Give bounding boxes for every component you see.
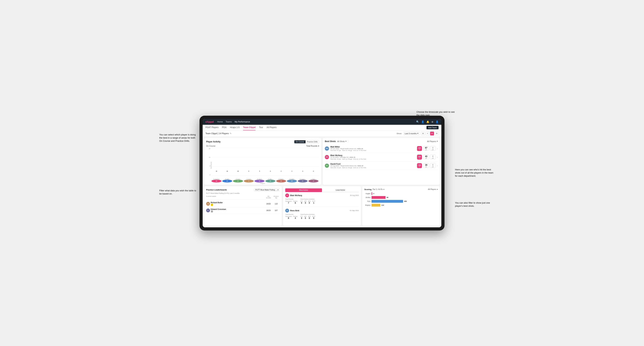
eagles-bar	[372, 192, 372, 195]
all-players-filter[interactable]: All Players ▾	[427, 140, 438, 142]
birdies-value: 96	[386, 197, 388, 198]
active-player-blair: BM Blair McHarg 26 Aug 2023 Total Rounds…	[285, 193, 359, 207]
scoring-bar-eagles: Eagles 3	[364, 192, 438, 195]
blair-mcharg-avatar: BM	[325, 155, 329, 159]
player-activity-title: Player Activity	[206, 141, 220, 143]
active-blair-name: Blair McHarg	[290, 194, 349, 196]
time-filter-dropdown[interactable]: Last 3 months ▾	[404, 132, 420, 135]
bogeys-bar	[372, 204, 380, 206]
sub-nav: PGAT Players PGA Hcaps 1-5 Team Clippd T…	[203, 125, 441, 131]
scoring-bar-pars: Pars 499	[364, 200, 438, 203]
most-active-tab[interactable]: Most Active	[285, 188, 322, 192]
tab-team-clippd[interactable]: Team Clippd	[243, 125, 256, 130]
most-active-card: Most Active Least Active BM Blair McHarg…	[283, 186, 361, 226]
col-player-name: PLAYER NAME	[206, 195, 264, 199]
top-nav: clippd Home Teams My Performance 🔍 👤 🔔 ⊕…	[203, 119, 441, 125]
best-shots-card: Best Shots All Shots ▾ All Players ▾	[323, 138, 440, 185]
bogeys-label: Bogeys	[364, 204, 370, 206]
chevron-right-icon: ›	[437, 147, 438, 150]
edward-crossman-avatar: EC	[206, 208, 210, 212]
blair-mcharg-stat1: 43 yds	[423, 155, 429, 159]
active-rees-name: Rees Britt	[290, 209, 349, 212]
nav-teams[interactable]: Teams	[226, 120, 232, 123]
scoring-filter-dropdown[interactable]: Par 3, 4 & 5s ▾	[372, 188, 384, 190]
active-blair-date: 26 Aug 2023	[350, 194, 359, 196]
avatar-icon[interactable]: 👤	[436, 120, 438, 123]
richard-butler-avatar: RB	[206, 202, 210, 206]
practice-drills-toggle[interactable]: Practice Drills	[306, 140, 319, 143]
active-blair-avatar: BM	[285, 193, 289, 197]
users-icon[interactable]: 👤	[421, 120, 424, 123]
list-view-icon[interactable]: ≡	[426, 132, 430, 135]
pars-value: 499	[404, 200, 407, 202]
blair-mcharg-name: Blair McHarg	[330, 154, 416, 156]
matt-miller-badge: 200 SG	[417, 146, 422, 151]
team-header: Team Clippd | 14 Players ✎ Show: Last 3 …	[203, 131, 441, 137]
activity-toggle: On Course Practice Drills	[294, 140, 319, 144]
tab-pga[interactable]: PGA	[222, 125, 226, 130]
all-shots-filter[interactable]: All Shots ▾	[337, 140, 346, 142]
view-mode-icons: ⊞ ≡ ♥ ⚙	[421, 132, 438, 135]
heart-view-icon[interactable]: ♥	[430, 132, 434, 135]
scoring-bar-bogeys: Bogeys 114	[364, 204, 438, 206]
add-team-button[interactable]: Add Team	[426, 126, 438, 129]
david-ford-badge: 198 SG	[417, 163, 422, 168]
x-axis-labels: B. McHarg B. Britt D. Ford J. Coles E. E…	[212, 178, 318, 180]
richard-butler-pb-score: 19/20	[265, 203, 272, 205]
plus-icon[interactable]: ⊕	[432, 120, 434, 123]
active-rees-date: 02 Sep 2023	[350, 210, 359, 211]
active-player-rees: RB Rees Britt 02 Sep 2023 Total Rounds T…	[285, 209, 359, 222]
chart-subtitle: On Course	[206, 145, 216, 147]
avatar-row: BM BB DF JC EE GB RB MM EC LR	[212, 180, 318, 182]
blair-mcharg-badge: 200 SG	[417, 155, 422, 160]
scoring-title: Scoring	[364, 188, 372, 190]
tab-pgat-players[interactable]: PGAT Players	[206, 125, 218, 130]
nav-myperformance[interactable]: My Performance	[235, 120, 250, 123]
shot-item-david-ford[interactable]: DF David Ford 24 Aug 2023 · Royal North …	[325, 162, 438, 170]
birdies-label: Birdies	[364, 197, 370, 198]
grid-view-icon[interactable]: ⊞	[421, 132, 425, 135]
best-shots-title: Best Shots	[325, 140, 336, 143]
nav-home[interactable]: Home	[217, 120, 223, 123]
shot-item-matt-miller[interactable]: MM Matt Miller 09 Jun 2023 · Royal North…	[325, 144, 438, 153]
show-label: Show:	[396, 133, 402, 135]
edward-crossman-pb-score: 18/20	[265, 209, 272, 211]
eagles-value: 3	[373, 193, 374, 194]
tab-hcaps[interactable]: Hcaps 1-5	[230, 125, 240, 130]
david-ford-stat2: 0 yds	[430, 163, 436, 168]
edit-icon[interactable]: ✎	[230, 132, 232, 135]
chevron-right-icon-2: ›	[437, 156, 438, 159]
settings-view-icon[interactable]: ⚙	[435, 132, 438, 135]
matt-miller-name: Matt Miller	[330, 146, 416, 148]
annotation-left-1: You can select which player is doing the…	[159, 133, 198, 143]
least-active-tab[interactable]: Least Active	[322, 188, 359, 192]
scoring-bar-birdies: Birdies 96	[364, 196, 438, 199]
matt-miller-stat2: 0 yds	[430, 146, 436, 151]
blair-mcharg-details: 23 Jul 2023 · Ashridge GC, Hole 15	[330, 156, 416, 158]
tab-all-players[interactable]: All Players	[266, 125, 276, 130]
search-icon[interactable]: 🔍	[416, 120, 419, 123]
david-ford-stat1: 16 yds	[423, 163, 429, 168]
bottom-section: Practice Leaderboards PUTT Must Make Put…	[203, 186, 441, 227]
shot-item-blair-mcharg[interactable]: BM Blair McHarg 23 Jul 2023 · Ashridge G…	[325, 153, 438, 162]
bell-icon[interactable]: 🔔	[426, 120, 429, 123]
drill-selector[interactable]: PUTT Must Make Putting ... ▾	[254, 188, 280, 191]
chevron-right-icon-3: ›	[437, 164, 438, 167]
edward-crossman-pb-avg: 107	[273, 209, 280, 211]
y-axis: 15 10 5 0	[206, 148, 211, 176]
bars-container: 13 12 10 9	[212, 148, 318, 173]
tablet-frame: clippd Home Teams My Performance 🔍 👤 🔔 ⊕…	[200, 116, 444, 230]
chart-filter-dropdown[interactable]: Total Rounds ▾	[306, 145, 319, 147]
david-ford-details: 24 Aug 2023 · Royal North Devon GC, Hole…	[330, 165, 416, 167]
on-course-toggle[interactable]: On Course	[294, 140, 306, 143]
david-ford-name: David Ford	[330, 163, 416, 165]
col-pb-score: PB SCORE	[265, 195, 272, 199]
tab-tour[interactable]: Tour	[259, 125, 263, 130]
nav-links: Home Teams My Performance	[217, 120, 413, 123]
lb-row-richard-butler: RB Richard Butler 1 19/20 110	[206, 201, 280, 207]
scoring-players-filter[interactable]: All Players ▾	[428, 188, 438, 190]
player-activity-card: Player Activity On Course Practice Drill…	[204, 138, 321, 185]
david-ford-avatar: DF	[325, 164, 329, 168]
rank-silver-badge: 2	[211, 210, 213, 213]
annotation-right-2: You can also filter to show just one pla…	[455, 201, 494, 208]
